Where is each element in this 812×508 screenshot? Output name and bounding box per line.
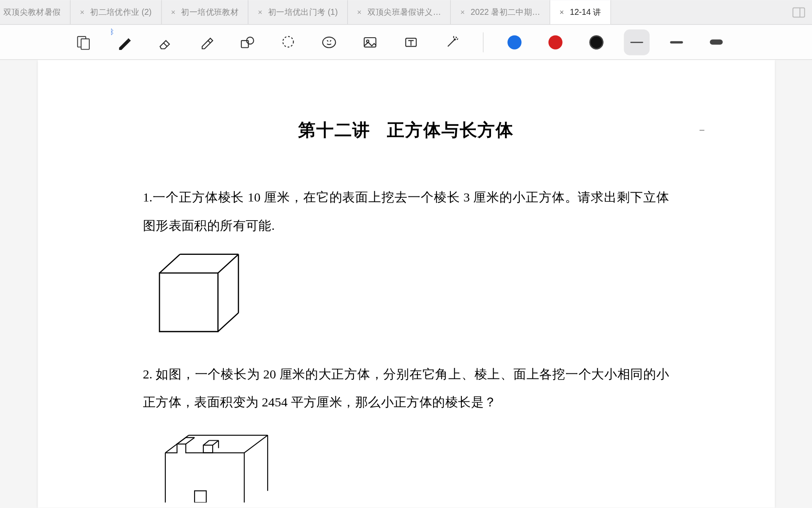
magic-tool-icon[interactable] <box>439 29 466 56</box>
toolbar-separator <box>483 32 483 52</box>
svg-line-29 <box>203 440 209 445</box>
tab-item[interactable]: × 初一培优出门考 (1) <box>249 0 348 24</box>
stroke-preview <box>670 41 683 44</box>
tab-item[interactable]: × 初二培优作业 (2) <box>71 0 162 24</box>
text-tool-icon[interactable] <box>398 29 425 56</box>
cube-figure-2 <box>154 426 669 505</box>
svg-line-30 <box>212 440 218 445</box>
close-icon[interactable]: × <box>80 8 85 17</box>
toolbar: ᛒ <box>0 25 812 60</box>
tab-label: 初一培优出门考 (1) <box>268 7 338 17</box>
tab-item[interactable]: × 初一培优班教材 <box>162 0 249 24</box>
svg-point-7 <box>283 36 294 47</box>
minus-mark: – <box>700 124 704 135</box>
tab-item[interactable]: × 双顶尖班暑假讲义… <box>348 0 451 24</box>
page-title: 第十二讲正方体与长方体 <box>143 119 669 143</box>
bluetooth-icon: ᛒ <box>110 28 114 36</box>
svg-marker-13 <box>159 273 217 331</box>
eraser-tool-icon[interactable] <box>152 29 179 56</box>
pen-tool-icon[interactable]: ᛒ <box>111 29 138 56</box>
highlighter-tool-icon[interactable] <box>193 29 220 56</box>
problem-1-text: 1.一个正方体棱长 10 厘米，在它的表面上挖去一个棱长 3 厘米的小正方体。请… <box>143 183 669 240</box>
svg-line-15 <box>218 254 238 273</box>
tab-label: 12-14 讲 <box>570 7 601 17</box>
stroke-medium[interactable] <box>664 29 689 55</box>
svg-rect-9 <box>364 37 376 47</box>
svg-rect-5 <box>241 40 249 47</box>
document-page: – 第十二讲正方体与长方体 1.一个正方体棱长 10 厘米，在它的表面上挖去一个… <box>38 60 775 508</box>
tab-bar: 双顶尖教材暑假 × 初二培优作业 (2) × 初一培优班教材 × 初一培优出门考… <box>0 0 812 25</box>
problem-2-text: 2. 如图，一个棱长为 20 厘米的大正方体，分别在它角上、棱上、面上各挖一个大… <box>143 360 669 417</box>
color-red[interactable] <box>542 29 569 56</box>
svg-line-18 <box>218 313 238 331</box>
tab-item[interactable]: × 2022 暑初二中期… <box>451 0 550 24</box>
tab-label: 2022 暑初二中期… <box>471 7 540 17</box>
color-blue[interactable] <box>501 29 528 56</box>
split-view-icon[interactable] <box>785 0 812 24</box>
shapes-tool-icon[interactable] <box>234 29 261 56</box>
close-icon[interactable]: × <box>357 8 362 17</box>
title-part-a: 第十二讲 <box>298 120 370 140</box>
document-viewport[interactable]: – 第十二讲正方体与长方体 1.一个正方体棱长 10 厘米，在它的表面上挖去一个… <box>0 60 812 508</box>
close-icon[interactable]: × <box>560 8 564 17</box>
color-swatch <box>508 35 521 49</box>
svg-point-12 <box>454 39 455 40</box>
cube-figure-1 <box>154 249 669 342</box>
svg-line-25 <box>177 437 186 444</box>
stroke-thin[interactable] <box>624 29 650 55</box>
title-part-b: 正方体与长方体 <box>387 120 514 140</box>
stroke-preview <box>710 39 722 44</box>
svg-line-24 <box>244 435 267 452</box>
tab-label: 双顶尖教材暑假 <box>3 7 61 17</box>
tab-item-active[interactable]: × 12-14 讲 <box>550 0 611 24</box>
stroke-thick[interactable] <box>703 29 729 55</box>
svg-rect-0 <box>793 8 805 17</box>
tab-label: 初一培优班教材 <box>181 7 239 17</box>
svg-rect-3 <box>81 39 89 49</box>
svg-line-4 <box>164 43 167 46</box>
color-black[interactable] <box>583 29 610 56</box>
svg-point-8 <box>323 37 335 47</box>
svg-line-14 <box>159 254 179 273</box>
color-swatch <box>590 35 604 49</box>
svg-line-26 <box>186 437 195 444</box>
lasso-tool-icon[interactable] <box>275 29 302 56</box>
tab-label: 初二培优作业 (2) <box>90 7 151 17</box>
svg-rect-28 <box>203 445 212 453</box>
tab-item[interactable]: 双顶尖教材暑假 <box>0 0 71 24</box>
sticker-tool-icon[interactable] <box>315 29 343 56</box>
svg-rect-33 <box>194 491 206 502</box>
tab-label: 双顶尖班暑假讲义… <box>368 7 441 17</box>
page-settings-icon[interactable] <box>70 29 97 56</box>
color-swatch <box>549 35 562 49</box>
close-icon[interactable]: × <box>258 8 263 17</box>
image-tool-icon[interactable] <box>357 29 384 56</box>
stroke-preview <box>630 41 643 43</box>
close-icon[interactable]: × <box>171 8 176 17</box>
close-icon[interactable]: × <box>460 8 465 17</box>
